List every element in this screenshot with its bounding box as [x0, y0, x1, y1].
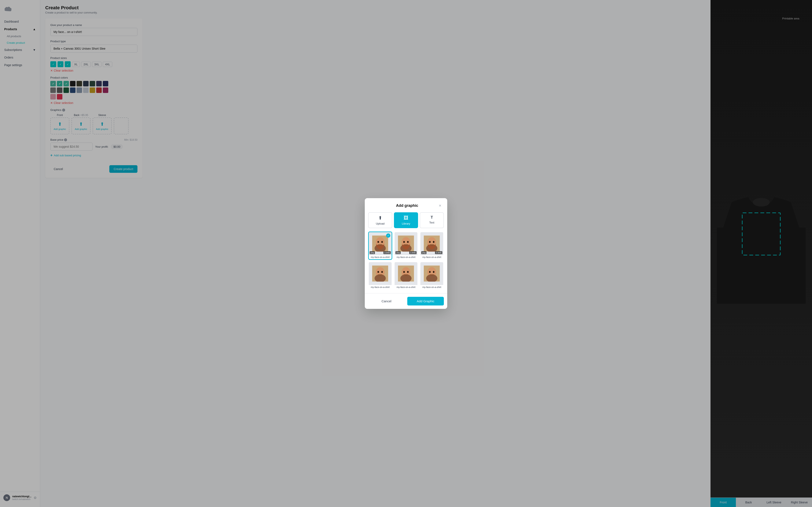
face-svg-5 [398, 266, 414, 282]
image-name-6: my-face-on-a-shirt [420, 285, 443, 289]
image-size-1: 2.3mb [384, 251, 391, 254]
modal-tab-upload[interactable]: ⬆ Upload [368, 212, 392, 228]
image-thumb-6 [420, 262, 443, 285]
svg-point-5 [377, 241, 379, 243]
modal-cancel-button[interactable]: Cancel [368, 297, 405, 305]
modal-confirm-button[interactable]: Add Graphic [407, 297, 444, 305]
add-graphic-modal: Add graphic × ⬆ Upload 🖼 Library T Text [365, 198, 447, 309]
modal-tabs: ⬆ Upload 🖼 Library T Text [368, 212, 444, 228]
image-name-3: my-face-on-a-shirt [420, 255, 443, 259]
image-item-6[interactable]: my-face-on-a-shirt [420, 262, 444, 290]
modal-overlay[interactable]: Add graphic × ⬆ Upload 🖼 Library T Text [0, 0, 812, 507]
svg-point-30 [429, 271, 431, 273]
face-svg-1 [372, 235, 388, 251]
image-item-2[interactable]: png 2.3mb my-face-on-a-shirt [394, 231, 418, 260]
modal-title: Add graphic [376, 204, 438, 208]
svg-point-6 [381, 241, 383, 243]
image-item-3[interactable]: png 2.3mb my-face-on-a-shirt [420, 231, 444, 260]
face-svg-6 [424, 266, 440, 282]
svg-point-26 [407, 271, 409, 273]
modal-close-button[interactable]: × [438, 203, 442, 209]
image-item-4[interactable]: my-face-on-a-shirt [368, 262, 392, 290]
library-tab-label: Library [402, 222, 410, 225]
modal-tab-library[interactable]: 🖼 Library [394, 212, 418, 228]
modal-body: ⬆ Upload 🖼 Library T Text [365, 209, 447, 293]
image-thumb-2: png 2.3mb [395, 232, 417, 255]
image-thumb-3: png 2.3mb [420, 232, 443, 255]
svg-point-21 [381, 271, 383, 273]
image-item-5[interactable]: my-face-on-a-shirt [394, 262, 418, 290]
image-name-1: my-face-on-a-shirt [369, 255, 392, 259]
svg-point-25 [403, 271, 405, 273]
svg-point-20 [377, 271, 379, 273]
svg-point-16 [433, 241, 435, 243]
upload-tab-icon: ⬆ [378, 215, 382, 221]
image-size-2: 2.3mb [409, 251, 417, 254]
image-check-1: ✓ [386, 233, 390, 238]
svg-point-10 [403, 241, 405, 243]
svg-point-15 [429, 241, 431, 243]
upload-tab-label: Upload [376, 222, 385, 225]
modal-footer: Cancel Add Graphic [365, 293, 447, 309]
svg-point-11 [407, 241, 409, 243]
modal-tab-text[interactable]: T Text [420, 212, 444, 228]
image-grid: png 2.3mb ✓ my-face-on-a-shirt [368, 231, 444, 290]
face-svg-2 [398, 235, 414, 251]
text-tab-label: Text [429, 221, 434, 224]
image-name-2: my-face-on-a-shirt [395, 255, 417, 259]
image-type-3: png [421, 251, 426, 254]
modal-header: Add graphic × [365, 198, 447, 209]
image-name-4: my-face-on-a-shirt [369, 285, 392, 289]
library-tab-icon: 🖼 [404, 215, 408, 221]
image-thumb-5 [395, 262, 417, 285]
svg-point-31 [433, 271, 435, 273]
image-item-1[interactable]: png 2.3mb ✓ my-face-on-a-shirt [368, 231, 392, 260]
face-svg-3 [424, 235, 440, 251]
image-type-2: png [395, 251, 401, 254]
image-type-1: png [370, 251, 375, 254]
image-name-5: my-face-on-a-shirt [395, 285, 417, 289]
image-size-3: 2.3mb [435, 251, 442, 254]
image-thumb-1: png 2.3mb ✓ [369, 232, 392, 255]
image-thumb-4 [369, 262, 392, 285]
face-svg-4 [372, 266, 388, 282]
text-tab-icon: T [431, 215, 433, 220]
